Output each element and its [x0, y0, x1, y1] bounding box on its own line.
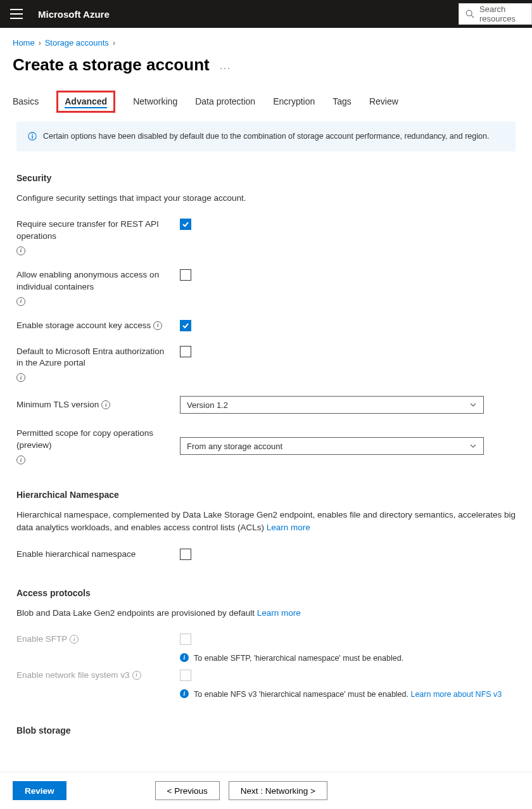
- info-icon[interactable]: i: [132, 671, 141, 680]
- entra-checkbox[interactable]: [180, 346, 191, 357]
- breadcrumb: Home › Storage accounts ›: [13, 38, 519, 48]
- security-desc: Configure security settings that impact …: [16, 192, 516, 205]
- security-heading: Security: [16, 173, 516, 183]
- review-button[interactable]: Review: [13, 781, 66, 800]
- copy-scope-select[interactable]: From any storage account: [180, 437, 484, 455]
- key-access-checkbox[interactable]: [180, 320, 191, 331]
- chevron-down-icon: [469, 401, 477, 409]
- chevron-down-icon: [469, 442, 477, 450]
- info-banner: Certain options have been disabled by de…: [16, 122, 516, 151]
- anon-access-label: Allow enabling anonymous access on indiv…: [16, 269, 180, 306]
- tab-review[interactable]: Review: [369, 96, 398, 113]
- hns-enable-checkbox[interactable]: [180, 549, 191, 560]
- blob-heading: Blob storage: [16, 725, 516, 736]
- section-security: Security Configure security settings tha…: [16, 173, 516, 464]
- hns-heading: Hierarchical Namespace: [16, 490, 516, 500]
- nfs-learn-link[interactable]: Learn more about NFS v3: [410, 690, 502, 699]
- svg-rect-4: [32, 136, 32, 139]
- info-icon[interactable]: i: [70, 635, 79, 644]
- nfs-hint: iTo enable NFS v3 'hierarchical namespac…: [180, 689, 516, 701]
- previous-button[interactable]: < Previous: [155, 781, 220, 800]
- info-icon: i: [180, 689, 189, 698]
- info-icon[interactable]: i: [16, 297, 25, 306]
- anon-access-checkbox[interactable]: [180, 269, 191, 281]
- tab-tags[interactable]: Tags: [332, 96, 352, 113]
- crumb-storage[interactable]: Storage accounts: [45, 38, 109, 48]
- info-icon[interactable]: i: [153, 321, 162, 330]
- info-icon[interactable]: i: [16, 373, 25, 382]
- search-input[interactable]: Search resources: [459, 3, 532, 25]
- info-icon[interactable]: i: [101, 400, 110, 409]
- svg-point-0: [466, 10, 472, 16]
- section-blob: Blob storage: [16, 725, 516, 736]
- nfs-checkbox: [180, 670, 191, 681]
- crumb-home[interactable]: Home: [13, 38, 35, 48]
- sftp-hint: iTo enable SFTP, 'hierarchical namespace…: [180, 653, 516, 665]
- tab-encryption[interactable]: Encryption: [273, 96, 315, 113]
- nfs-label: Enable network file system v3i: [16, 670, 180, 682]
- hns-desc: Hierarchical namespace, complemented by …: [16, 509, 516, 535]
- tls-label: Minimum TLS versioni: [16, 399, 180, 411]
- copy-scope-label: Permitted scope for copy operations (pre…: [16, 428, 180, 464]
- protocols-learn-link[interactable]: Learn more: [257, 608, 301, 618]
- section-hns: Hierarchical Namespace Hierarchical name…: [16, 490, 516, 563]
- secure-transfer-label: Require secure transfer for REST API ope…: [16, 219, 180, 255]
- key-access-label: Enable storage account key accessi: [16, 320, 180, 332]
- svg-point-3: [32, 134, 33, 135]
- sftp-checkbox: [180, 634, 191, 645]
- footer-bar: Review < Previous Next : Networking >: [0, 772, 532, 809]
- svg-line-1: [471, 15, 474, 18]
- tab-networking[interactable]: Networking: [133, 96, 177, 113]
- hns-enable-label: Enable hierarchical namespace: [16, 549, 180, 561]
- tls-select[interactable]: Version 1.2: [180, 396, 484, 414]
- section-protocols: Access protocols Blob and Data Lake Gen2…: [16, 588, 516, 701]
- page-title: Create a storage account: [13, 55, 210, 75]
- info-icon[interactable]: i: [16, 246, 25, 255]
- sftp-label: Enable SFTPi: [16, 634, 180, 646]
- protocols-desc: Blob and Data Lake Gen2 endpoints are pr…: [16, 607, 516, 620]
- tab-basics[interactable]: Basics: [13, 96, 39, 113]
- more-actions-icon[interactable]: ···: [220, 63, 231, 73]
- hamburger-menu-icon[interactable]: [10, 9, 23, 19]
- top-bar: Microsoft Azure Search resources: [0, 0, 532, 28]
- info-icon: [28, 132, 37, 141]
- tab-data-protection[interactable]: Data protection: [195, 96, 255, 113]
- hns-learn-link[interactable]: Learn more: [267, 523, 310, 532]
- chevron-right-icon: ›: [113, 39, 115, 48]
- protocols-heading: Access protocols: [16, 588, 516, 598]
- info-text: Certain options have been disabled by de…: [43, 131, 489, 143]
- info-icon[interactable]: i: [16, 455, 25, 464]
- chevron-right-icon: ›: [39, 39, 41, 48]
- info-icon: i: [180, 653, 189, 662]
- brand-label: Microsoft Azure: [38, 9, 110, 20]
- entra-label: Default to Microsoft Entra authorization…: [16, 346, 180, 383]
- secure-transfer-checkbox[interactable]: [180, 219, 191, 230]
- next-button[interactable]: Next : Networking >: [229, 781, 327, 800]
- tab-advanced[interactable]: Advanced: [56, 91, 115, 113]
- search-icon: [466, 10, 474, 18]
- tab-bar: Basics Advanced Networking Data protecti…: [13, 96, 519, 113]
- search-placeholder: Search resources: [479, 4, 525, 23]
